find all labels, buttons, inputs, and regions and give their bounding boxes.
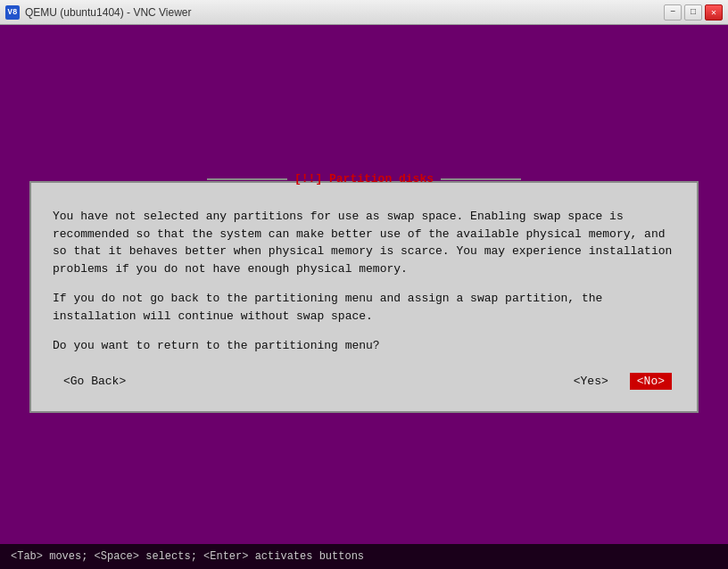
yes-button[interactable]: <Yes> [567,373,616,390]
dialog-title: [!!] Partition disks [287,172,441,186]
right-buttons: <Yes> <No> [567,373,672,390]
status-text: <Tab> moves; <Space> selects; <Enter> ac… [11,550,364,563]
title-line-left [207,178,287,180]
minimize-button[interactable]: − [664,4,682,21]
no-button[interactable]: <No> [630,373,672,390]
dialog-title-bar: [!!] Partition disks [207,172,521,186]
maximize-button[interactable]: □ [684,4,702,21]
title-bar: V8 QEMU (ubuntu1404) - VNC Viewer − □ ✕ [0,0,728,25]
dialog-body: You have not selected any partitions for… [53,208,675,355]
title-bar-buttons: − □ ✕ [664,4,723,21]
dialog-buttons: <Go Back> <Yes> <No> [53,373,675,390]
go-back-button[interactable]: <Go Back> [56,373,133,390]
window-title: QEMU (ubuntu1404) - VNC Viewer [25,6,192,19]
app-icon: V8 [5,5,20,20]
main-area: [!!] Partition disks You have not select… [0,25,728,569]
dialog-paragraph-2: If you do not go back to the partitionin… [53,290,675,325]
title-bar-left: V8 QEMU (ubuntu1404) - VNC Viewer [5,5,192,20]
partition-disks-dialog: [!!] Partition disks You have not select… [29,181,699,413]
status-bar: <Tab> moves; <Space> selects; <Enter> ac… [0,544,728,569]
close-button[interactable]: ✕ [705,4,723,21]
title-line-right [441,178,521,180]
dialog-paragraph-1: You have not selected any partitions for… [53,208,675,277]
dialog-paragraph-3: Do you want to return to the partitionin… [53,337,675,355]
